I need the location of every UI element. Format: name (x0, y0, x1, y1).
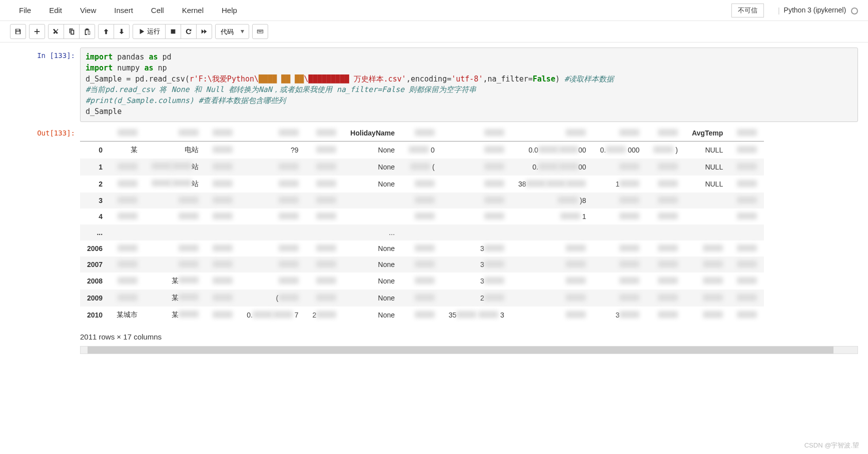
table-cell: 38██████ (511, 176, 593, 192)
paste-button[interactable] (79, 24, 95, 39)
table-cell: 3██ (442, 240, 511, 256)
run-button[interactable]: 运行 (133, 24, 166, 39)
table-cell: ██ (110, 208, 145, 224)
table-cell: ██ (206, 290, 240, 306)
save-button[interactable] (10, 24, 26, 39)
table-cell: 0.████00 (511, 158, 593, 176)
cut-button[interactable] (48, 24, 64, 39)
in-prompt: In [133]: (10, 48, 80, 122)
fast-forward-icon (201, 28, 208, 35)
table-cell: ██ (646, 256, 685, 272)
table-cell: ██ (685, 256, 730, 272)
table-cell: ██ (685, 272, 730, 290)
table-row: 2009██某████(████None██2████████████ (80, 290, 764, 306)
table-cell (206, 224, 240, 240)
table-cell: 0.0████00 (511, 141, 593, 158)
table-cell: ██ (206, 256, 240, 272)
table-cell: ██ (511, 240, 593, 256)
table-cell: None (343, 240, 402, 256)
table-cell: ██ (206, 240, 240, 256)
table-cell: ██ 0 (402, 141, 442, 158)
menu-file[interactable]: File (10, 3, 40, 18)
table-cell: 某██ (145, 306, 206, 324)
table-cell: ██ (442, 208, 511, 224)
table-cell (240, 224, 305, 240)
column-header: ████ (511, 125, 593, 142)
table-cell: ██ (730, 208, 764, 224)
column-header: AvgTemp (685, 125, 730, 142)
table-cell (593, 224, 646, 240)
table-cell: 电站 (145, 141, 206, 158)
trusted-indicator[interactable]: 不可信 (731, 4, 764, 18)
table-cell: 某██ (145, 272, 206, 290)
horizontal-scrollbar[interactable] (80, 346, 858, 354)
table-cell: ██ (206, 192, 240, 208)
table-cell: ██ (402, 192, 442, 208)
table-cell: ██ (240, 208, 305, 224)
table-cell (110, 224, 145, 240)
table-row: 2006██████████None██3████████████ (80, 240, 764, 256)
table-cell: ████站 (145, 176, 206, 192)
table-cell: ██ (306, 208, 344, 224)
restart-run-all-button[interactable] (196, 24, 212, 39)
table-cell: ██ (646, 158, 685, 176)
table-cell: ██ (511, 290, 593, 306)
table-cell (511, 224, 593, 240)
table-cell: ██ (110, 290, 145, 306)
menu-kernel[interactable]: Kernel (173, 3, 213, 18)
table-cell (306, 224, 344, 240)
menubar: File Edit View Insert Cell Kernel Help 不… (0, 0, 868, 21)
table-cell: 2██ (306, 306, 344, 324)
table-cell: ██ (145, 208, 206, 224)
move-up-button[interactable] (98, 24, 114, 39)
move-down-button[interactable] (114, 24, 130, 39)
menu-help[interactable]: Help (213, 3, 246, 18)
table-cell: ██ (240, 176, 305, 192)
cell-type-select[interactable]: 代码 (215, 24, 249, 39)
menu-cell[interactable]: Cell (142, 3, 173, 18)
code-cell[interactable]: In [133]: import pandas as pd import num… (10, 48, 858, 122)
stop-icon (170, 28, 177, 35)
menu-edit[interactable]: Edit (40, 3, 71, 18)
table-cell: ██ (206, 176, 240, 192)
table-row: 2██████站██████None████38██████1████NULL█… (80, 176, 764, 192)
table-cell: None (343, 306, 402, 324)
table-cell: ... (343, 224, 402, 240)
column-header: ████ (110, 125, 145, 142)
table-cell: ██ (646, 192, 685, 208)
table-cell: 3██ (442, 256, 511, 272)
add-cell-button[interactable] (29, 24, 45, 39)
table-cell: ██ (206, 208, 240, 224)
table-cell: NULL (685, 141, 730, 158)
dataframe-summary: 2011 rows × 17 columns (80, 332, 858, 341)
column-header: ████ (306, 125, 344, 142)
command-palette-button[interactable] (252, 24, 268, 39)
table-cell: ██ (306, 290, 344, 306)
table-cell: None (343, 158, 402, 176)
kernel-status-icon (851, 8, 858, 14)
menu-insert[interactable]: Insert (105, 3, 142, 18)
restart-button[interactable] (181, 24, 197, 39)
code-input[interactable]: import pandas as pd import numpy as np d… (80, 48, 858, 122)
kernel-name[interactable]: Python 3 (ipykernel) (784, 6, 858, 14)
table-cell: ██ (730, 176, 764, 192)
table-cell: ██ (145, 240, 206, 256)
table-cell (685, 208, 730, 224)
table-cell: NULL (685, 176, 730, 192)
copy-button[interactable] (64, 24, 80, 39)
table-cell: 3██ (442, 272, 511, 290)
table-cell: ██ (402, 256, 442, 272)
table-cell: ██ (593, 240, 646, 256)
table-cell: (██ (240, 290, 305, 306)
table-cell: 某 (110, 141, 145, 158)
table-cell (730, 224, 764, 240)
table-cell: 0.██ 000 (593, 141, 646, 158)
table-row: 4████████████████ 1██████ (80, 208, 764, 224)
table-cell: ██ (593, 272, 646, 290)
table-cell: ██ (306, 192, 344, 208)
table-cell: ?9 (240, 141, 305, 158)
table-cell: ██ (402, 290, 442, 306)
interrupt-button[interactable] (165, 24, 181, 39)
table-cell: ██ (593, 158, 646, 176)
menu-view[interactable]: View (71, 3, 105, 18)
